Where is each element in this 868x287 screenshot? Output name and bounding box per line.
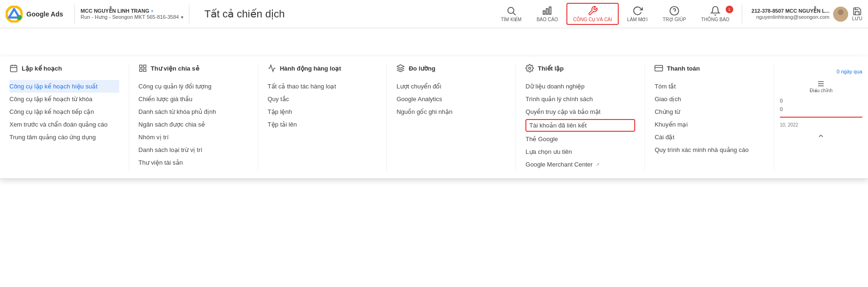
google-ads-logo-icon (6, 6, 23, 23)
menu-tom-tat[interactable]: Tóm tắt (655, 80, 764, 93)
menu-gia-thau[interactable]: Chiến lược giá thầu (139, 93, 248, 105)
mcc-name[interactable]: MCC NGUYỄN LINH TRANG › (81, 8, 183, 14)
help-icon (669, 6, 680, 16)
menu-xem-truoc[interactable]: Xem trước và chẩn đoán quảng cáo (9, 118, 119, 131)
logo-text: Google Ads (26, 10, 63, 18)
svg-rect-11 (10, 65, 17, 72)
menu-lua-chon-uu-tien[interactable]: Lựa chọn ưu tiên (525, 145, 635, 158)
col-header-thanh-toan: Thanh toán (655, 64, 764, 74)
svg-point-1 (16, 15, 22, 20)
panel-value-row-1: 0 (780, 98, 862, 104)
menu-cong-cu-hieu-suat[interactable]: Công cụ lập kế hoạch hiệu suất (9, 80, 119, 93)
menu-tu-khoa-phu-dinh[interactable]: Danh sách từ khóa phủ định (139, 105, 248, 118)
nav-divider-1 (74, 5, 75, 24)
menu-cong-cu-tiep-can[interactable]: Công cụ lập kế hoạch tiếp cận (9, 105, 119, 118)
content-area: Lập kế hoạch Công cụ lập kế hoạch hiệu s… (0, 28, 868, 287)
svg-rect-6 (549, 7, 551, 15)
menu-google-merchant[interactable]: Google Merchant Center ↗ (525, 158, 635, 171)
collapse-button[interactable] (780, 130, 862, 143)
svg-rect-5 (547, 8, 549, 14)
chevron-up-icon (817, 132, 825, 140)
menu-quy-trinh-xac-minh[interactable]: Quy trình xác minh nhà quảng cáo (655, 144, 764, 156)
avatar-icon (833, 7, 848, 22)
logo-area[interactable]: Google Ads (6, 6, 63, 23)
right-panel: 0 ngày qua Điều chỉnh 0 0 10, 2022 (774, 64, 868, 171)
nav-reports-label: BÁO CÁO (537, 17, 558, 22)
notification-badge: 1 (726, 6, 733, 13)
measure-icon (396, 64, 405, 72)
nav-notifications-label: THÔNG BÁO (701, 17, 729, 22)
col-header-thiet-lap: Thiết lập (525, 64, 635, 74)
nav-tools-label: CÔNG CỤ VÀ CÀI (573, 17, 612, 22)
adjust-label: Điều chỉnh (810, 88, 832, 93)
menu-the-google[interactable]: Thẻ Google (525, 133, 635, 145)
menu-doi-tuong[interactable]: Công cụ quản lý đối tượng (139, 80, 248, 93)
menu-tai-khoan-lien-ket[interactable]: Tài khoản đã liên kết (525, 119, 635, 132)
user-phone: 212-378-8507 MCC NGUYỄN L... (752, 8, 829, 14)
calendar-icon (9, 64, 18, 72)
nav-search[interactable]: TÌM KIẾM (494, 3, 528, 25)
days-ago-area: 0 ngày qua (780, 68, 862, 75)
svg-line-3 (513, 13, 516, 15)
save-button[interactable]: LƯU (852, 7, 862, 21)
external-link-icon: ↗ (596, 162, 599, 167)
menu-khuyen-mai[interactable]: Khuyến mại (655, 118, 764, 131)
svg-rect-15 (139, 65, 142, 67)
menu-quy-tac[interactable]: Quy tắc (268, 93, 377, 105)
account-info: MCC NGUYỄN LINH TRANG › Run - Hưng - Seo… (81, 8, 183, 20)
column-thu-vien: Thư viện chia sẻ Công cụ quản lý đối tượ… (129, 64, 258, 171)
column-thiet-lap: Thiết lập Dữ liệu doanh nghiệp Trình quả… (516, 64, 645, 171)
date-label: 10, 2022 (780, 122, 862, 128)
tools-icon (588, 6, 598, 16)
user-email: nguyenlinhtrang@seongon.com (752, 14, 829, 20)
adjust-button[interactable]: Điều chỉnh (780, 78, 862, 95)
svg-point-2 (508, 8, 514, 14)
menu-google-analytics[interactable]: Google Analytics (396, 93, 506, 105)
red-line (780, 117, 862, 118)
menu-giao-dich[interactable]: Giao dịch (655, 93, 764, 105)
nav-search-label: TÌM KIẾM (501, 17, 522, 22)
nav-refresh[interactable]: LÀM MỚI (621, 3, 654, 25)
menu-du-lieu[interactable]: Dữ liệu doanh nghiệp (525, 80, 635, 93)
menu-trinh-quan-ly[interactable]: Trình quản lý chính sách (525, 93, 635, 105)
dropdown-icon: ▾ (181, 15, 183, 20)
sub-account[interactable]: Run - Hưng - Seongon MKT 565-816-3584 ▾ (81, 14, 183, 20)
nav-divider-2 (189, 5, 189, 24)
menu-luot-chuyen-doi[interactable]: Lượt chuyển đổi (396, 80, 506, 93)
page-title: Tất cả chiến dịch (205, 8, 485, 20)
column-hanh-dong: Hành động hàng loạt Tất cả thao tác hàng… (258, 64, 387, 171)
panel-value-row-2: 0 (780, 106, 862, 112)
col-header-do-luong: Đo lường (396, 64, 506, 74)
avatar[interactable] (833, 7, 848, 22)
menu-ngan-sach[interactable]: Ngân sách được chia sẻ (139, 118, 248, 131)
payment-icon (655, 64, 663, 72)
nav-divider-3 (742, 5, 742, 24)
menu-cong-cu-tu-khoa[interactable]: Công cụ lập kế hoạch từ khóa (9, 93, 119, 105)
svg-point-20 (529, 67, 531, 70)
menu-loai-tru-vi-tri[interactable]: Danh sách loại trừ vị trí (139, 144, 248, 156)
chevron-right-icon: › (151, 8, 153, 14)
menu-trung-tam[interactable]: Trung tâm quảng cáo ứng dụng (9, 131, 119, 144)
bell-icon (710, 6, 721, 16)
menu-cai-dat[interactable]: Cài đặt (655, 131, 764, 144)
menu-tap-lenh[interactable]: Tập lệnh (268, 105, 377, 118)
days-ago-label[interactable]: 0 ngày qua (837, 69, 862, 74)
save-icon (852, 7, 862, 16)
menu-quyen-truy-cap[interactable]: Quyền truy cập và bảo mật (525, 105, 635, 118)
menu-tep-tai-len[interactable]: Tệp tải lên (268, 118, 377, 131)
menu-tat-ca-thao-tac[interactable]: Tất cả thao tác hàng loạt (268, 80, 377, 93)
menu-thu-vien-tai-san[interactable]: Thư viện tài sản (139, 156, 248, 169)
nav-refresh-label: LÀM MỚI (627, 17, 647, 22)
nav-help[interactable]: TRỢ GIÚP (656, 3, 693, 25)
nav-tools[interactable]: CÔNG CỤ VÀ CÀI (566, 3, 619, 25)
nav-reports[interactable]: BÁO CÁO (530, 3, 565, 25)
col-header-hanh-dong: Hành động hàng loạt (268, 64, 377, 74)
menu-chung-tu[interactable]: Chứng từ (655, 105, 764, 118)
column-do-luong: Đo lường Lượt chuyển đổi Google Analytic… (387, 64, 516, 171)
menu-nguon-goc[interactable]: Nguồn gốc ghi nhận (396, 105, 506, 118)
nav-notifications[interactable]: 1 THÔNG BÁO (695, 3, 736, 25)
menu-nhom-vi-tri[interactable]: Nhóm vị trí (139, 131, 248, 144)
nav-icons: TÌM KIẾM BÁO CÁO CÔNG CỤ VÀ CÀI LÀM MỚI … (494, 3, 736, 25)
column-lap-ke-hoach: Lập kế hoạch Công cụ lập kế hoạch hiệu s… (0, 64, 129, 171)
bulk-icon (268, 64, 276, 72)
